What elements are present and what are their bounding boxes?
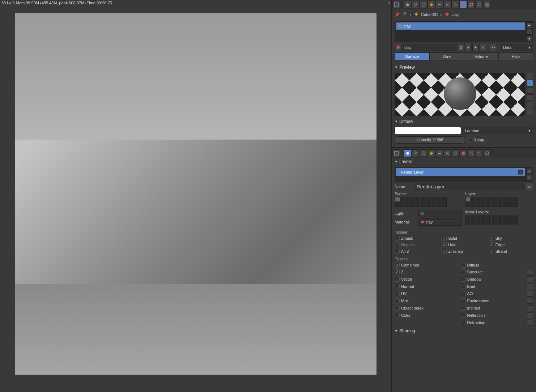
preview-hair-button[interactable] [527, 102, 533, 108]
negate-checkbox[interactable]: Negate [395, 242, 439, 247]
material-override-field[interactable]: clay [418, 218, 462, 226]
refraction-exclude-button[interactable] [527, 320, 533, 325]
ramp-checkbox[interactable]: Ramp [467, 136, 533, 144]
halo-button[interactable]: Halo [499, 53, 533, 60]
ao-exclude-button[interactable] [527, 291, 533, 297]
indirect-pass-checkbox[interactable]: Indirect [461, 305, 524, 311]
modifiers-tab-icon[interactable] [443, 1, 451, 8]
physics-tab-icon[interactable] [483, 149, 491, 157]
object-tab-icon[interactable] [427, 1, 435, 8]
unlink-material-button[interactable]: ✕ [480, 44, 486, 51]
modifiers-tab-icon[interactable] [443, 149, 451, 157]
preview-section-header[interactable]: Preview [392, 63, 536, 71]
diffuse-color-swatch[interactable] [395, 127, 461, 134]
material-slot-item[interactable]: clay [396, 22, 525, 30]
scene-icon[interactable] [402, 11, 408, 18]
uv-pass-checkbox[interactable]: UV [395, 291, 458, 297]
nodes-button[interactable] [490, 44, 497, 51]
shadow-pass-checkbox[interactable]: Shadow [461, 276, 524, 282]
mask-layers-grid[interactable] [465, 215, 533, 225]
material-slots-list[interactable]: clay + − ▾ [395, 21, 533, 42]
preview-monkey-button[interactable] [527, 94, 533, 101]
emit-exclude-button[interactable] [527, 284, 533, 289]
scene-layers-grid[interactable] [395, 197, 463, 207]
reflection-pass-checkbox[interactable]: Reflection [461, 312, 524, 318]
objectindex-pass-checkbox[interactable]: Object Index [395, 305, 458, 311]
preview-sphere-button[interactable] [527, 80, 533, 86]
halo-checkbox[interactable]: Halo [442, 242, 486, 247]
renderlayer-item[interactable]: ▫ RenderLayer [396, 168, 525, 176]
renderlayer-list[interactable]: ▫ RenderLayer + − [395, 167, 533, 182]
z-pass-checkbox[interactable]: Z [395, 269, 458, 275]
editor-type-icon[interactable] [392, 1, 400, 8]
wire-button[interactable]: Wire [430, 53, 464, 60]
diffuse-model-dropdown[interactable]: Lambert [463, 127, 533, 134]
specular-pass-checkbox[interactable]: Specular [461, 269, 524, 275]
object-tab-icon[interactable] [427, 149, 435, 157]
data-tab-icon[interactable] [451, 1, 459, 8]
remove-slot-button[interactable]: − [526, 29, 532, 35]
shadow-exclude-button[interactable] [527, 276, 533, 282]
reflection-exclude-button[interactable] [527, 312, 533, 318]
preview-cube-button[interactable] [527, 87, 533, 94]
diffuse-section-header[interactable]: Diffuse [392, 118, 536, 125]
vector-pass-checkbox[interactable]: Vector [395, 276, 458, 282]
emit-pass-checkbox[interactable]: Emit [461, 284, 524, 289]
zmask-checkbox[interactable]: Zmask [395, 236, 439, 241]
particles-tab-icon[interactable] [475, 1, 483, 8]
intensity-slider[interactable]: Intensity: 0.656 [395, 136, 465, 144]
color-pass-checkbox[interactable]: Color [395, 312, 458, 318]
material-users-button[interactable]: 2 [458, 44, 464, 51]
add-slot-button[interactable]: + [526, 22, 532, 28]
edge-checkbox[interactable]: Edge [489, 242, 533, 247]
texture-tab-icon[interactable] [467, 1, 475, 8]
surface-button[interactable]: Surface [395, 53, 430, 60]
combined-pass-checkbox[interactable]: Combined [395, 263, 458, 268]
constraints-tab-icon[interactable] [435, 149, 443, 157]
layers-section-header[interactable]: Layers [392, 158, 536, 166]
render-tab-icon[interactable] [404, 149, 411, 157]
layer-layers-grid[interactable] [465, 197, 533, 207]
preview-flat-button[interactable] [527, 73, 533, 79]
volume-button[interactable]: Volume [464, 53, 499, 60]
ao-pass-checkbox[interactable]: AO [461, 291, 524, 297]
shading-section-header[interactable]: Shading [392, 327, 536, 335]
editor-type-icon[interactable] [392, 149, 400, 157]
remove-renderlayer-button[interactable]: − [526, 175, 532, 180]
render-view[interactable] [0, 6, 391, 392]
specular-exclude-button[interactable] [527, 269, 533, 275]
constraints-tab-icon[interactable] [435, 1, 443, 8]
mist-pass-checkbox[interactable]: Mist [395, 298, 458, 304]
close-icon[interactable]: ○ [387, 1, 390, 5]
breadcrumb-object[interactable]: Cube.001 [421, 12, 438, 17]
texture-tab-icon[interactable] [467, 149, 475, 157]
scene-tab-icon[interactable] [412, 149, 419, 157]
diffuse-pass-checkbox[interactable]: Diffuse [461, 263, 524, 268]
normal-pass-checkbox[interactable]: Normal [395, 284, 458, 289]
world-tab-icon[interactable] [420, 1, 427, 8]
preview-sky-button[interactable] [527, 109, 533, 115]
indirect-exclude-button[interactable] [527, 305, 533, 311]
material-name-input[interactable] [403, 44, 457, 51]
renderlayer-enable-checkbox[interactable] [518, 170, 523, 175]
renderlayer-name-input[interactable] [415, 183, 524, 190]
add-renderlayer-button[interactable]: + [526, 168, 532, 174]
material-tab-icon[interactable] [459, 149, 467, 157]
refraction-pass-checkbox[interactable]: Refraction [461, 320, 524, 325]
slot-menu-button[interactable]: ▾ [526, 35, 532, 41]
render-tab-icon[interactable] [404, 1, 411, 8]
scene-tab-icon[interactable] [412, 1, 419, 8]
link-dropdown[interactable]: Data▾ [501, 44, 533, 51]
allz-checkbox[interactable]: All Z [395, 249, 439, 254]
single-layer-button[interactable]: ⬀ [526, 183, 533, 190]
material-browse-button[interactable] [395, 44, 402, 51]
sky-checkbox[interactable]: Sky [489, 236, 533, 241]
world-tab-icon[interactable] [420, 149, 427, 157]
strand-checkbox[interactable]: Strand [489, 249, 533, 254]
data-tab-icon[interactable] [451, 149, 459, 157]
environment-pass-checkbox[interactable]: Environment [461, 298, 524, 304]
breadcrumb-material[interactable]: clay [452, 12, 459, 17]
material-tab-icon[interactable] [459, 1, 467, 8]
particles-tab-icon[interactable] [475, 149, 483, 157]
physics-tab-icon[interactable] [483, 1, 491, 8]
